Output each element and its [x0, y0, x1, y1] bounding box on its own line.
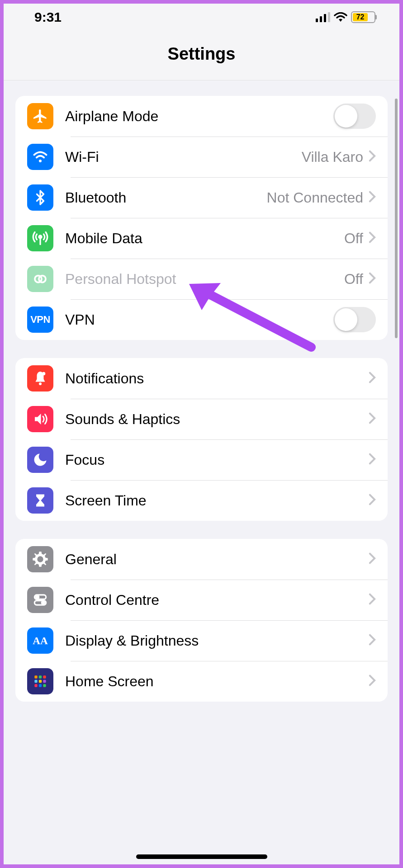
wifi-icon: [27, 144, 53, 170]
svg-rect-17: [39, 675, 42, 678]
svg-point-9: [39, 382, 42, 385]
nav-header: Settings: [4, 31, 399, 80]
row-bluetooth[interactable]: Bluetooth Not Connected: [15, 177, 388, 218]
settings-group-connectivity: Airplane Mode Wi-Fi Villa Karo Bluetooth…: [15, 96, 388, 340]
speaker-icon: [27, 406, 53, 432]
svg-rect-1: [320, 16, 322, 22]
chevron-right-icon: [369, 593, 376, 607]
scrollbar[interactable]: [395, 99, 398, 338]
row-label: Control Centre: [65, 592, 369, 609]
row-focus[interactable]: Focus: [15, 439, 388, 480]
svg-rect-3: [328, 12, 330, 22]
row-label: VPN: [65, 311, 333, 328]
chevron-right-icon: [369, 150, 376, 164]
row-label: Focus: [65, 452, 369, 468]
row-home-screen[interactable]: Home Screen: [15, 661, 388, 702]
settings-group-notifications: Notifications Sounds & Haptics Focus: [15, 358, 388, 521]
svg-rect-21: [43, 680, 46, 683]
chevron-right-icon: [369, 453, 376, 467]
svg-text:AA: AA: [33, 635, 48, 646]
row-sounds-haptics[interactable]: Sounds & Haptics: [15, 399, 388, 439]
status-indicators: 72: [316, 11, 377, 23]
row-label: Mobile Data: [65, 230, 344, 247]
cellular-signal-icon: [316, 12, 330, 22]
row-label: Screen Time: [65, 492, 369, 509]
battery-indicator: 72: [351, 11, 377, 23]
chevron-right-icon: [369, 634, 376, 647]
row-airplane-mode[interactable]: Airplane Mode: [15, 96, 388, 137]
row-label: Bluetooth: [65, 189, 267, 206]
row-personal-hotspot[interactable]: Personal Hotspot Off: [15, 259, 388, 299]
phone-frame: 9:31 72 Settings Air: [4, 4, 399, 864]
chevron-right-icon: [369, 231, 376, 245]
row-control-centre[interactable]: Control Centre: [15, 580, 388, 620]
chevron-right-icon: [369, 494, 376, 507]
hourglass-icon: [27, 487, 53, 514]
vpn-toggle[interactable]: [333, 307, 376, 332]
row-label: Display & Brightness: [65, 632, 369, 649]
hotspot-icon: [27, 266, 53, 292]
row-notifications[interactable]: Notifications: [15, 358, 388, 399]
airplane-icon: [27, 103, 53, 129]
switches-icon: [27, 587, 53, 613]
page-title: Settings: [4, 44, 399, 64]
row-wifi[interactable]: Wi-Fi Villa Karo: [15, 137, 388, 177]
row-value: Off: [344, 230, 363, 247]
row-label: General: [65, 551, 369, 568]
aa-icon: AA: [27, 627, 53, 654]
home-indicator[interactable]: [136, 854, 267, 859]
status-time: 9:31: [34, 9, 62, 25]
svg-point-10: [42, 372, 46, 376]
chevron-right-icon: [369, 372, 376, 385]
airplane-toggle[interactable]: [333, 104, 376, 129]
row-label: Personal Hotspot: [65, 271, 344, 288]
chevron-right-icon: [369, 272, 376, 286]
bluetooth-icon: [27, 184, 53, 211]
svg-point-4: [39, 160, 42, 162]
settings-group-general: General Control Centre AA Display & Brig…: [15, 539, 388, 702]
svg-rect-22: [34, 684, 37, 687]
chevron-right-icon: [369, 191, 376, 204]
row-label: Sounds & Haptics: [65, 411, 369, 428]
row-vpn[interactable]: VPN VPN: [15, 299, 388, 340]
wifi-status-icon: [334, 12, 347, 22]
chevron-right-icon: [369, 412, 376, 426]
status-bar: 9:31 72: [4, 4, 399, 31]
bell-icon: [27, 365, 53, 392]
row-label: Wi-Fi: [65, 149, 302, 165]
grid-icon: [27, 668, 53, 694]
row-label: Airplane Mode: [65, 108, 333, 125]
svg-rect-23: [39, 684, 42, 687]
chevron-right-icon: [369, 675, 376, 688]
svg-rect-19: [34, 680, 37, 683]
row-value: Villa Karo: [302, 149, 363, 165]
vpn-icon: VPN: [27, 307, 53, 333]
svg-rect-2: [324, 14, 326, 22]
row-general[interactable]: General: [15, 539, 388, 580]
chevron-right-icon: [369, 552, 376, 566]
svg-rect-24: [43, 684, 46, 687]
row-label: Home Screen: [65, 673, 369, 690]
row-value: Off: [344, 271, 363, 288]
battery-level: 72: [353, 13, 368, 21]
svg-rect-18: [43, 675, 46, 678]
svg-point-14: [42, 601, 44, 604]
svg-rect-20: [39, 680, 42, 683]
svg-rect-16: [34, 675, 37, 678]
svg-rect-0: [316, 19, 318, 22]
svg-point-12: [36, 596, 39, 599]
row-screen-time[interactable]: Screen Time: [15, 480, 388, 521]
row-display-brightness[interactable]: AA Display & Brightness: [15, 620, 388, 661]
row-label: Notifications: [65, 370, 369, 387]
gear-icon: [27, 546, 53, 572]
moon-icon: [27, 447, 53, 473]
row-value: Not Connected: [267, 189, 363, 206]
antenna-icon: [27, 225, 53, 251]
row-mobile-data[interactable]: Mobile Data Off: [15, 218, 388, 259]
settings-list[interactable]: Airplane Mode Wi-Fi Villa Karo Bluetooth…: [4, 96, 399, 702]
